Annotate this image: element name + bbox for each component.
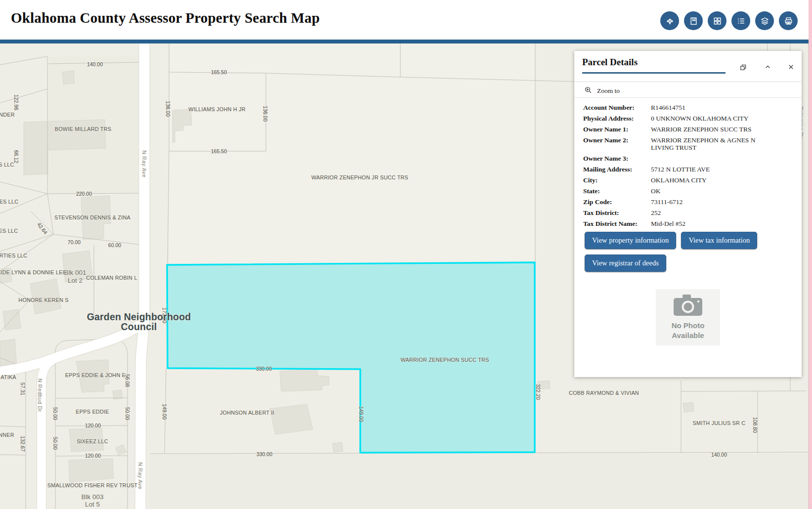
map-label: 50.00: [52, 407, 58, 420]
no-photo-placeholder: No Photo Available: [656, 289, 720, 345]
map-label: N Ray Ave: [137, 463, 143, 490]
map-label: COLEMAN ROBIN L: [86, 275, 137, 281]
map-label: 50.00: [52, 437, 58, 450]
map-label: 165.50: [211, 148, 227, 154]
map-label: Council: [121, 321, 157, 333]
legend-list-button[interactable]: [731, 11, 750, 30]
map-label: Blk 003: [81, 493, 103, 501]
bookmark-icon: [689, 16, 698, 26]
no-photo-text: No Photo Available: [656, 321, 720, 340]
map-label: Lot 2: [68, 277, 83, 284]
palamino-dr-road: [808, 0, 812, 509]
app-header: Oklahoma County Assessor Property Search…: [0, 0, 809, 40]
assessor-map-app: 140.00122.9666.12165.50136.00136.00165.5…: [0, 0, 812, 509]
map-label: 220.00: [76, 191, 92, 197]
panel-title: Parcel Details: [582, 57, 638, 68]
field-value: OKLAHOMA CITY: [651, 176, 768, 184]
map-label: RTIES LLC: [0, 253, 27, 258]
map-label: ES LLC: [0, 199, 18, 205]
field-value: WARRIOR ZENEPHON SUCC TRS: [651, 126, 768, 133]
field-label: Owner Name 3:: [583, 155, 651, 162]
print-icon: [784, 16, 793, 26]
map-label: 66.12: [13, 150, 19, 163]
map-label: 140.00: [87, 61, 103, 67]
map-label: N Ray Ave: [141, 151, 147, 178]
map-label: 149.00: [162, 404, 168, 420]
map-label: NDER: [0, 112, 15, 118]
field-label: Tax District:: [583, 209, 651, 216]
map-label: 140.00: [711, 452, 727, 458]
map-label: 50.00: [125, 407, 130, 420]
field-label: Tax District Name:: [583, 220, 651, 227]
map-label: ATIKA: [0, 374, 16, 380]
map-label: 136.00: [262, 106, 268, 122]
parcel-fields: Account Number:R146614751Physical Addres…: [583, 104, 793, 227]
map-label: Lot 5: [85, 501, 100, 508]
view-tax-information-button[interactable]: View tax information: [681, 232, 757, 249]
map-toolbar: [660, 11, 798, 30]
collapse-chevron-icon[interactable]: [763, 62, 772, 72]
map-label: SMITH JULIUS SR C: [693, 420, 746, 426]
layers-button[interactable]: [755, 11, 774, 30]
field-label: Account Number:: [583, 104, 651, 111]
field-value: 252: [651, 209, 768, 216]
map-label: 149.00: [358, 406, 364, 422]
map-label: 322.20: [535, 384, 541, 400]
field-label: Mailing Address:: [583, 166, 651, 173]
map-label: EPPS EDDIE: [76, 409, 109, 415]
zoom-to-label: Zoom to: [597, 87, 620, 95]
map-label: SMALLWOOD FISHER REV TRUST: [47, 482, 137, 488]
field-label: Owner Name 2:: [583, 136, 651, 151]
map-label: 330.00: [256, 451, 272, 457]
divider: [574, 97, 802, 98]
map-label: 42.64: [36, 221, 49, 235]
header-accent-bar: [0, 40, 809, 43]
bookmarks-button[interactable]: [684, 11, 703, 30]
panel-buttons: View property informationView tax inform…: [585, 232, 794, 277]
share-button[interactable]: [660, 11, 679, 30]
map-label: 70.00: [68, 239, 81, 245]
map-label: 120.00: [85, 423, 101, 428]
field-value: 0 UNKNOWN OKLAHOMA CITY: [651, 115, 768, 122]
field-label: Owner Name 1:: [583, 126, 651, 133]
field-label: City:: [583, 176, 651, 184]
map-label: N Redbud Dr: [37, 379, 43, 412]
map-label: 120.00: [85, 453, 101, 459]
field-value: OK: [651, 187, 768, 195]
field-value: Mid-Del #52: [651, 220, 768, 227]
field-value: 5712 N LOTTIE AVE: [651, 166, 768, 173]
map-label: HONORE KEREN S: [18, 297, 68, 303]
map-label: COBB RAYMOND & VIVIAN: [569, 390, 639, 396]
map-label: WILLIAMS JOHN H JR: [188, 106, 245, 112]
title-underline: [582, 72, 726, 74]
field-value: R146614751: [651, 104, 768, 111]
map-label: AIDE LYNN & DONNIE LEE: [0, 269, 66, 275]
list-icon: [736, 16, 746, 26]
field-label: Physical Address:: [583, 115, 651, 122]
map-label: BOWIE MILLARD TRS: [55, 126, 111, 132]
restore-windows-icon[interactable]: [738, 62, 748, 72]
layers-icon: [760, 16, 769, 26]
print-button[interactable]: [779, 11, 798, 30]
divider: [574, 82, 802, 82]
zoom-in-icon: [584, 86, 593, 96]
view-registrar-of-deeds-button[interactable]: View registrar of deeds: [585, 254, 666, 272]
field-value: WARRIOR ZENEPHON & AGNES N LIVING TRUST: [651, 136, 768, 151]
map-label: 108.80: [752, 417, 758, 433]
map-label: EPPS EDDIE & JOHN E: [65, 372, 126, 378]
map-label: 136.00: [165, 101, 171, 117]
map-label: WARRIOR ZENEPHON JR SUCC TRS: [311, 174, 408, 180]
map-label: Blk 001: [64, 269, 86, 276]
page-title: Oklahoma County Assessor Property Search…: [11, 10, 320, 26]
field-value: [651, 155, 768, 162]
basemap-grid-icon: [713, 16, 722, 26]
map-label: NNER: [0, 432, 14, 438]
zoom-to-button[interactable]: Zoom to: [581, 85, 623, 97]
camera-icon: [672, 311, 704, 319]
map-label: JOHNSON ALBERT II: [220, 410, 274, 416]
close-icon[interactable]: [786, 62, 796, 72]
field-label: Zip Code:: [583, 198, 651, 206]
basemap-button[interactable]: [708, 11, 727, 30]
view-property-information-button[interactable]: View property information: [585, 232, 676, 249]
field-label: State:: [583, 187, 651, 195]
